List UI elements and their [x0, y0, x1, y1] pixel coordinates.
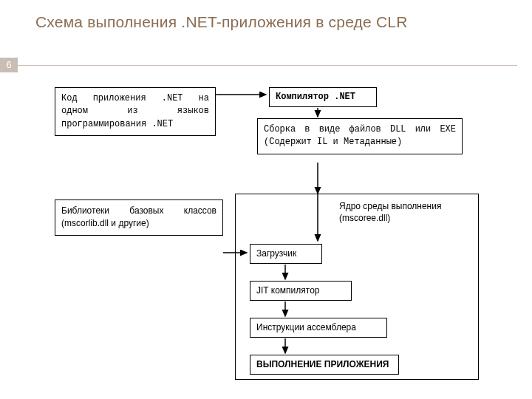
box-bcl: Библиотеки базовых классов (mscorlib.dll…: [55, 200, 223, 236]
label-core: Ядро среды выполнения (mscoree.dll): [339, 200, 469, 224]
box-loader: Загрузчик: [250, 244, 322, 264]
box-exec: ВЫПОЛНЕНИЕ ПРИЛОЖЕНИЯ: [250, 355, 399, 375]
box-jit: JIT компилятор: [250, 281, 352, 301]
box-asm: Инструкции ассемблера: [250, 318, 387, 338]
diagram-canvas: Код приложения .NET на одном из языков п…: [0, 0, 532, 399]
box-assembly: Сборка в виде файлов DLL или EXE (Содерж…: [257, 118, 463, 154]
box-compiler: Компилятор .NET: [269, 87, 377, 107]
box-source: Код приложения .NET на одном из языков п…: [55, 87, 216, 136]
